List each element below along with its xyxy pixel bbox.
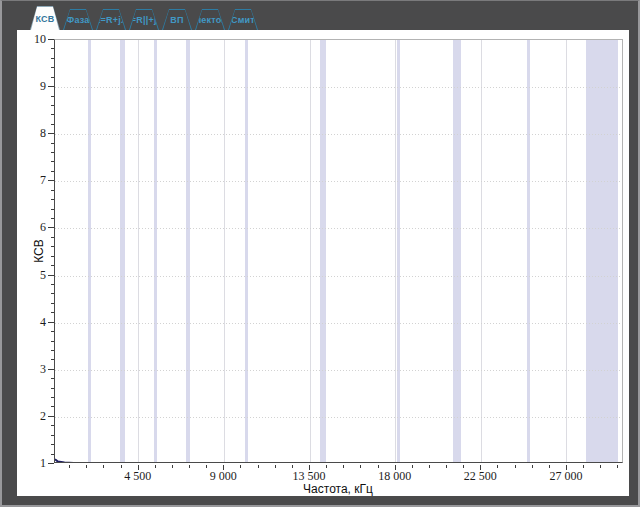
y-tick-label: 9 xyxy=(16,79,46,94)
y-tick-major xyxy=(48,275,54,276)
tab-смит[interactable]: Смит xyxy=(228,9,258,30)
y-tick-label: 6 xyxy=(16,220,46,235)
x-tick-minor xyxy=(515,465,516,468)
y-tick-minor xyxy=(51,378,54,379)
y-tick-minor xyxy=(51,435,54,436)
y-tick-minor xyxy=(51,77,54,78)
x-tick-minor xyxy=(378,465,379,468)
y-tick-label: 2 xyxy=(16,409,46,424)
y-tick-minor xyxy=(51,454,54,455)
x-tick-minor xyxy=(600,465,601,468)
y-tick-label: 3 xyxy=(16,362,46,377)
y-tick-minor xyxy=(51,331,54,332)
x-tick-minor xyxy=(189,465,190,468)
y-tick-minor xyxy=(51,303,54,304)
x-tick-minor xyxy=(103,465,104,468)
y-tick-minor xyxy=(51,105,54,106)
y-tick-minor xyxy=(51,406,54,407)
x-tick-minor xyxy=(121,465,122,468)
tab-z=r+jx[interactable]: Z=R+jX xyxy=(96,9,126,30)
tab-вп[interactable]: ВП xyxy=(162,9,192,30)
x-tick-label: 27 000 xyxy=(534,469,598,484)
y-tick-minor xyxy=(51,161,54,162)
y-tick-minor xyxy=(51,444,54,445)
tab-z=r||+jx[interactable]: Z=R||+jX xyxy=(129,9,159,30)
y-tick-minor xyxy=(51,67,54,68)
y-tick-minor xyxy=(51,96,54,97)
tab-фаза[interactable]: Фаза xyxy=(63,9,93,30)
x-tick-minor xyxy=(69,465,70,468)
y-tick-minor xyxy=(51,48,54,49)
tab-label: Z=R+jX xyxy=(97,10,125,30)
chart-tab-bar: КСВФазаZ=R+jXZ=R||+jXВПРефлектометрСмит xyxy=(30,4,258,30)
x-tick-minor xyxy=(86,465,87,468)
x-tick-minor xyxy=(292,465,293,468)
y-tick-minor xyxy=(51,124,54,125)
y-tick-minor xyxy=(51,388,54,389)
x-tick-label: 22 500 xyxy=(448,469,512,484)
y-axis-title: КСВ xyxy=(32,231,46,271)
x-tick-label: 9 000 xyxy=(191,469,255,484)
y-tick-minor xyxy=(51,218,54,219)
y-tick-major xyxy=(48,227,54,228)
tab-label: Фаза xyxy=(64,10,92,30)
y-tick-label: 5 xyxy=(16,268,46,283)
y-tick-minor xyxy=(51,312,54,313)
tab-рефлектометр[interactable]: Рефлектометр xyxy=(195,9,225,30)
y-tick-minor xyxy=(51,425,54,426)
x-tick-label: 4 500 xyxy=(106,469,170,484)
y-tick-minor xyxy=(51,58,54,59)
y-tick-minor xyxy=(51,171,54,172)
x-tick-minor xyxy=(446,465,447,468)
x-tick-minor xyxy=(497,465,498,468)
y-tick-label: 4 xyxy=(16,315,46,330)
y-tick-label: 7 xyxy=(16,173,46,188)
y-tick-minor xyxy=(51,114,54,115)
x-tick-minor xyxy=(172,465,173,468)
y-tick-label: 10 xyxy=(16,32,46,47)
y-tick-major xyxy=(48,86,54,87)
y-tick-major xyxy=(48,369,54,370)
x-tick-minor xyxy=(617,465,618,468)
y-tick-minor xyxy=(51,199,54,200)
y-tick-major xyxy=(48,180,54,181)
x-tick-minor xyxy=(343,465,344,468)
y-tick-minor xyxy=(51,397,54,398)
y-tick-minor xyxy=(51,341,54,342)
y-tick-minor xyxy=(51,359,54,360)
swr-plot-area[interactable] xyxy=(54,39,623,463)
x-tick-label: 18 000 xyxy=(363,469,427,484)
y-tick-minor xyxy=(51,143,54,144)
y-tick-major xyxy=(48,133,54,134)
x-tick-minor xyxy=(326,465,327,468)
y-tick-major xyxy=(48,39,54,40)
y-tick-major xyxy=(48,463,54,464)
app-window: КСВФазаZ=R+jXZ=R||+jXВПРефлектометрСмит … xyxy=(0,0,640,507)
x-tick-minor xyxy=(206,465,207,468)
y-tick-label: 8 xyxy=(16,126,46,141)
y-tick-minor xyxy=(51,284,54,285)
y-tick-minor xyxy=(51,190,54,191)
x-axis-title: Частота, кГц xyxy=(268,482,408,496)
chart-panel: КСВ Частота, кГц 123456789104 5009 00013… xyxy=(17,30,629,496)
x-tick-minor xyxy=(275,465,276,468)
tab-label: ВП xyxy=(163,10,191,30)
y-tick-minor xyxy=(51,350,54,351)
tab-label: Рефлектометр xyxy=(196,10,224,30)
y-tick-minor xyxy=(51,237,54,238)
x-tick-minor xyxy=(549,465,550,468)
y-tick-minor xyxy=(51,256,54,257)
x-tick-minor xyxy=(583,465,584,468)
y-tick-minor xyxy=(51,293,54,294)
y-tick-label: 1 xyxy=(16,456,46,471)
y-tick-minor xyxy=(51,246,54,247)
x-tick-minor xyxy=(155,465,156,468)
swr-curve xyxy=(55,40,623,463)
y-tick-minor xyxy=(51,152,54,153)
x-tick-minor xyxy=(429,465,430,468)
tab-ксв[interactable]: КСВ xyxy=(30,6,60,30)
tab-label: КСВ xyxy=(31,7,59,30)
x-tick-minor xyxy=(258,465,259,468)
y-tick-major xyxy=(48,416,54,417)
x-tick-minor xyxy=(463,465,464,468)
